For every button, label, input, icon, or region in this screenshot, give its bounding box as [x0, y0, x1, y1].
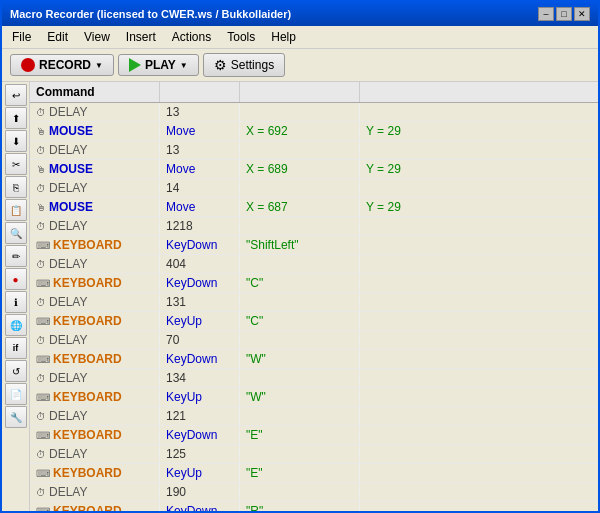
- table-row[interactable]: ⌨ KEYBOARD KeyDown "R": [30, 502, 598, 511]
- table-row[interactable]: ⏱ DELAY 404: [30, 255, 598, 274]
- row-icon: ⌨: [36, 430, 50, 441]
- menu-file[interactable]: File: [6, 28, 37, 46]
- table-row[interactable]: ⏱ DELAY 125: [30, 445, 598, 464]
- menu-tools[interactable]: Tools: [221, 28, 261, 46]
- cell-param2: Y = 29: [360, 198, 460, 216]
- row-icon: ⏱: [36, 411, 46, 422]
- cell-command: ⏱ DELAY: [30, 407, 160, 425]
- cell-action: 1218: [160, 217, 240, 235]
- header-param1: [240, 82, 360, 102]
- table-row[interactable]: ⏱ DELAY 190: [30, 483, 598, 502]
- cell-command: ⌨ KEYBOARD: [30, 236, 160, 254]
- cell-param1: [240, 179, 360, 197]
- cell-param1: "ShiftLeft": [240, 236, 360, 254]
- row-icon: ⏱: [36, 259, 46, 270]
- cell-param2: [360, 331, 460, 349]
- cell-action: 121: [160, 407, 240, 425]
- cell-command: 🖱 MOUSE: [30, 122, 160, 140]
- row-icon: ⌨: [36, 468, 50, 479]
- close-button[interactable]: ✕: [574, 7, 590, 21]
- tool-undo[interactable]: ↩: [5, 84, 27, 106]
- command-text: KEYBOARD: [53, 314, 122, 328]
- cell-param1: [240, 103, 360, 121]
- command-text: KEYBOARD: [53, 352, 122, 366]
- tool-if[interactable]: if: [5, 337, 27, 359]
- command-text: DELAY: [49, 257, 87, 271]
- tool-settings[interactable]: 🔧: [5, 406, 27, 428]
- table-row[interactable]: 🖱 MOUSE Move X = 692 Y = 29: [30, 122, 598, 141]
- cell-action: 70: [160, 331, 240, 349]
- tool-web[interactable]: 🌐: [5, 314, 27, 336]
- tool-paste[interactable]: 📋: [5, 199, 27, 221]
- table-row[interactable]: ⌨ KEYBOARD KeyDown "ShiftLeft": [30, 236, 598, 255]
- table-row[interactable]: ⏱ DELAY 13: [30, 141, 598, 160]
- tool-search[interactable]: 🔍: [5, 222, 27, 244]
- table-row[interactable]: ⏱ DELAY 13: [30, 103, 598, 122]
- tool-record-small[interactable]: ●: [5, 268, 27, 290]
- cell-param2: Y = 29: [360, 122, 460, 140]
- table-row[interactable]: ⏱ DELAY 131: [30, 293, 598, 312]
- menu-insert[interactable]: Insert: [120, 28, 162, 46]
- table-row[interactable]: 🖱 MOUSE Move X = 687 Y = 29: [30, 198, 598, 217]
- command-text: MOUSE: [49, 124, 93, 138]
- maximize-button[interactable]: □: [556, 7, 572, 21]
- command-text: MOUSE: [49, 200, 93, 214]
- command-text: DELAY: [49, 447, 87, 461]
- menu-help[interactable]: Help: [265, 28, 302, 46]
- table-row[interactable]: ⌨ KEYBOARD KeyUp "C": [30, 312, 598, 331]
- cell-command: ⏱ DELAY: [30, 255, 160, 273]
- cell-command: ⌨ KEYBOARD: [30, 426, 160, 444]
- table-row[interactable]: ⏱ DELAY 121: [30, 407, 598, 426]
- table-row[interactable]: ⏱ DELAY 134: [30, 369, 598, 388]
- command-text: DELAY: [49, 219, 87, 233]
- cell-param1: [240, 141, 360, 159]
- menu-view[interactable]: View: [78, 28, 116, 46]
- cell-action: 404: [160, 255, 240, 273]
- tool-down[interactable]: ⬇: [5, 130, 27, 152]
- table-row[interactable]: ⏱ DELAY 1218: [30, 217, 598, 236]
- table-row[interactable]: ⌨ KEYBOARD KeyDown "C": [30, 274, 598, 293]
- menu-actions[interactable]: Actions: [166, 28, 217, 46]
- row-icon: ⏱: [36, 297, 46, 308]
- row-icon: ⌨: [36, 316, 50, 327]
- table-row[interactable]: ⌨ KEYBOARD KeyUp "E": [30, 464, 598, 483]
- header-action: [160, 82, 240, 102]
- cell-param2: [360, 426, 460, 444]
- tool-edit[interactable]: ✏: [5, 245, 27, 267]
- main-content: ↩ ⬆ ⬇ ✂ ⎘ 📋 🔍 ✏ ● ℹ 🌐 if ↺ 📄 🔧 Command: [2, 82, 598, 511]
- play-button[interactable]: PLAY ▼: [118, 54, 199, 76]
- table-row[interactable]: ⌨ KEYBOARD KeyDown "E": [30, 426, 598, 445]
- tool-cut[interactable]: ✂: [5, 153, 27, 175]
- left-toolbar: ↩ ⬆ ⬇ ✂ ⎘ 📋 🔍 ✏ ● ℹ 🌐 if ↺ 📄 🔧: [2, 82, 30, 511]
- cell-command: ⌨ KEYBOARD: [30, 502, 160, 511]
- table-row[interactable]: 🖱 MOUSE Move X = 689 Y = 29: [30, 160, 598, 179]
- row-icon: ⌨: [36, 354, 50, 365]
- tool-up[interactable]: ⬆: [5, 107, 27, 129]
- cell-param1: [240, 255, 360, 273]
- settings-button[interactable]: ⚙ Settings: [203, 53, 285, 77]
- cell-action: 134: [160, 369, 240, 387]
- tool-copy[interactable]: ⎘: [5, 176, 27, 198]
- table-body[interactable]: ⏱ DELAY 13 🖱 MOUSE Move X = 692 Y = 29 ⏱…: [30, 103, 598, 511]
- cell-command: ⏱ DELAY: [30, 141, 160, 159]
- table-row[interactable]: ⌨ KEYBOARD KeyDown "W": [30, 350, 598, 369]
- tool-loop[interactable]: ↺: [5, 360, 27, 382]
- cell-param2: [360, 274, 460, 292]
- command-text: KEYBOARD: [53, 466, 122, 480]
- cell-action: KeyUp: [160, 464, 240, 482]
- table-row[interactable]: ⏱ DELAY 70: [30, 331, 598, 350]
- table-row[interactable]: ⌨ KEYBOARD KeyUp "W": [30, 388, 598, 407]
- minimize-button[interactable]: –: [538, 7, 554, 21]
- cell-param2: [360, 502, 460, 511]
- table-row[interactable]: ⏱ DELAY 14: [30, 179, 598, 198]
- menu-edit[interactable]: Edit: [41, 28, 74, 46]
- cell-param2: Y = 29: [360, 160, 460, 178]
- gear-icon: ⚙: [214, 57, 227, 73]
- tool-file[interactable]: 📄: [5, 383, 27, 405]
- cell-param1: "R": [240, 502, 360, 511]
- record-icon: [21, 58, 35, 72]
- record-button[interactable]: RECORD ▼: [10, 54, 114, 76]
- cell-param2: [360, 179, 460, 197]
- cell-command: 🖱 MOUSE: [30, 160, 160, 178]
- tool-info[interactable]: ℹ: [5, 291, 27, 313]
